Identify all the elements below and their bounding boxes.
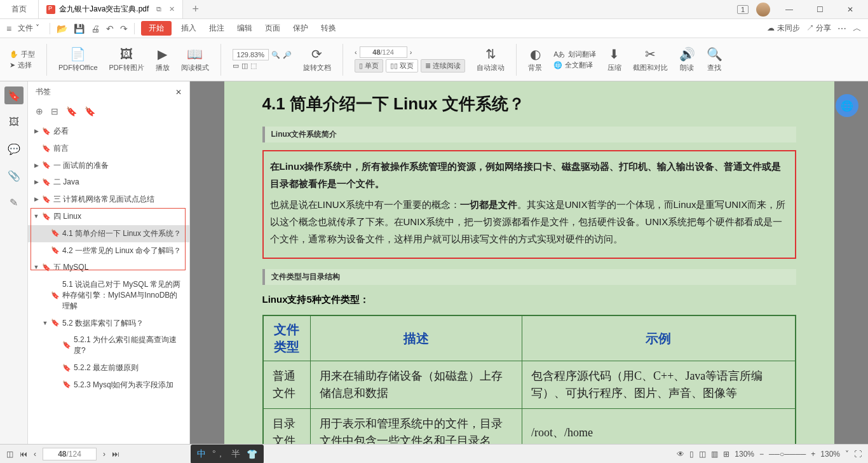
insert-tab[interactable]: 插入 (178, 23, 200, 34)
home-tab[interactable]: 首页 (0, 0, 39, 18)
bookmark-item[interactable]: 🔖5.2.1 为什么索引能提高查询速度? (28, 331, 189, 359)
fit-width-icon[interactable]: ▭ (233, 62, 239, 70)
protect-tab[interactable]: 保护 (290, 23, 311, 34)
document-tab[interactable]: 金九银十Java突击宝典.pdf ⧉ ✕ (39, 0, 183, 18)
first-page-icon[interactable]: ⏮ (20, 450, 27, 459)
zoom-dropdown-icon[interactable]: ˅ (845, 450, 849, 459)
bookmark-item[interactable]: ▼🔖五 MySQL (28, 259, 189, 276)
background-button[interactable]: ◐背景 (525, 46, 545, 73)
expand-arrow-icon[interactable]: ▼ (33, 212, 39, 221)
full-translate[interactable]: 🌐全文翻译 (553, 60, 595, 70)
attach-rail-icon[interactable]: 📎 (4, 167, 24, 184)
bm-expand-icon[interactable]: ⊟ (51, 106, 58, 116)
print-icon[interactable]: 🖨 (91, 24, 100, 34)
sync-status[interactable]: ☁ 未同步 (767, 23, 799, 34)
continuous-button[interactable]: ≣ 连续阅读 (421, 59, 465, 73)
bookmark-rail-icon[interactable]: 🔖 (4, 86, 24, 104)
select-tool[interactable]: ➤选择 (10, 60, 35, 70)
bm-flag1-icon[interactable]: 🔖 (66, 106, 77, 116)
bookmark-item[interactable]: ▼🔖四 Linux (28, 208, 189, 225)
start-tab[interactable]: 开始 (141, 21, 172, 36)
last-page-icon[interactable]: ⏭ (112, 450, 119, 459)
view1-icon[interactable]: ▯ (689, 450, 694, 459)
page-tab[interactable]: 页面 (262, 23, 283, 34)
annotate-tab[interactable]: 批注 (206, 23, 227, 34)
crop-compare[interactable]: ✂截图和对比 (630, 46, 671, 73)
more-icon[interactable]: ⋯ (837, 24, 846, 34)
bookmark-item[interactable]: ▶🔖一 面试前的准备 (28, 157, 189, 174)
share-button[interactable]: ↗ 分享 (806, 23, 831, 34)
bookmark-item[interactable]: 🔖4.2 一些常见的 Linux 命令了解吗？ (28, 242, 189, 259)
prev-page-icon[interactable]: ‹ (34, 450, 36, 459)
save-icon[interactable]: 💾 (74, 24, 85, 34)
new-tab-button[interactable]: + (183, 3, 208, 16)
convert-tab[interactable]: 转换 (318, 23, 339, 34)
selection-translate[interactable]: Aあ划词翻译 (553, 50, 595, 59)
maximize-icon[interactable]: ☐ (808, 5, 831, 14)
bookmark-item[interactable]: 🔖前言 (28, 140, 189, 157)
tab-close-icon[interactable]: ✕ (169, 5, 175, 13)
minimize-icon[interactable]: — (778, 5, 801, 14)
find-button[interactable]: 🔍查找 (703, 46, 726, 73)
pdf-to-image[interactable]: 🖼PDF转图片 (106, 47, 147, 73)
expand-arrow-icon[interactable]: ▶ (33, 195, 39, 204)
page-number-input[interactable]: 48/124 (360, 46, 407, 58)
window-count[interactable]: 1 (737, 5, 749, 14)
bookmark-item[interactable]: ▶🔖三 计算机网络常见面试点总结 (28, 191, 189, 208)
bookmark-item[interactable]: ▼🔖5.2 数据库索引了解吗？ (28, 315, 189, 332)
nav-first-icon[interactable]: ‹ (355, 48, 357, 56)
tab-dup-icon[interactable]: ⧉ (156, 5, 161, 13)
panel-toggle-icon[interactable]: ◫ (6, 450, 13, 459)
double-page-button[interactable]: ▯▯ 双页 (386, 59, 418, 73)
bookmark-item[interactable]: 🔖5.2.2 最左前缀原则 (28, 359, 189, 377)
close-panel-icon[interactable]: ✕ (175, 88, 182, 97)
read-mode[interactable]: 📖阅读模式 (178, 46, 212, 73)
play-button[interactable]: ▶播放 (153, 46, 173, 73)
compress-button[interactable]: ⬇压缩 (604, 46, 625, 73)
auto-scroll[interactable]: ⇅自动滚动 (473, 46, 508, 73)
zoom-value[interactable]: 130% (820, 450, 840, 459)
hamburger-icon[interactable]: ≡ (6, 24, 11, 34)
view4-icon[interactable]: ⊞ (723, 450, 729, 459)
zoom-in-icon[interactable]: 🔎 (283, 51, 292, 59)
zoom-slider[interactable]: ──○──── (769, 450, 806, 459)
chevron-up-icon[interactable]: ︿ (853, 23, 862, 34)
bookmark-item[interactable]: ▶🔖二 Java (28, 174, 189, 191)
close-window-icon[interactable]: ✕ (839, 5, 862, 14)
open-icon[interactable]: 📂 (57, 24, 67, 34)
expand-arrow-icon[interactable]: ▼ (42, 319, 48, 328)
edit-rail-icon[interactable]: ✎ (4, 193, 24, 211)
comment-rail-icon[interactable]: 💬 (4, 140, 24, 158)
expand-arrow-icon[interactable]: ▶ (33, 127, 39, 135)
hand-tool[interactable]: ✋手型 (10, 50, 35, 59)
bookmark-item[interactable]: ▶🔖必看 (28, 123, 189, 140)
undo-icon[interactable]: ↶ (106, 24, 114, 34)
bookmark-item[interactable]: 🔖5.1 说说自己对于 MySQL 常见的两种存储引擎：MyISAM与InnoD… (28, 276, 189, 314)
thumbnail-rail-icon[interactable]: 🖼 (4, 113, 24, 131)
fullscreen-icon[interactable]: ⛶ (854, 450, 862, 459)
expand-arrow-icon[interactable]: ▶ (33, 178, 39, 186)
edit-tab[interactable]: 编辑 (234, 23, 255, 34)
zoom-plus-icon[interactable]: + (811, 450, 815, 459)
fit-page-icon[interactable]: ◫ (241, 62, 248, 70)
pdf-to-office[interactable]: 📄PDF转Office (55, 46, 101, 73)
redo-icon[interactable]: ↷ (120, 24, 128, 34)
view2-icon[interactable]: ◫ (699, 450, 706, 459)
zoom-out-icon[interactable]: 🔍 (271, 51, 280, 59)
ime-bar[interactable]: 中 °， 半 👕 (191, 445, 264, 463)
expand-arrow-icon[interactable]: ▶ (33, 162, 39, 170)
view3-icon[interactable]: ▥ (711, 450, 718, 459)
bookmark-item[interactable]: 🔖4.1 简单介绍一下 Linux 文件系统？ (28, 225, 189, 242)
single-page-button[interactable]: ▯ 单页 (355, 59, 383, 73)
expand-arrow-icon[interactable]: ▼ (33, 263, 39, 272)
status-page-input[interactable]: 48/124 (43, 448, 97, 460)
nav-last-icon[interactable]: › (410, 48, 412, 56)
bm-flag2-icon[interactable]: 🔖 (85, 106, 95, 116)
file-menu[interactable]: 文件 ˅ (18, 23, 39, 34)
document-view[interactable]: 🌐 4.1 简单介绍一下 Linux 文件系统？ Linux文件系统简介 在Li… (190, 81, 868, 444)
avatar[interactable] (756, 3, 770, 17)
bookmark-item[interactable]: 🔖5.2.3 Mysql如何为表字段添加 (28, 377, 189, 394)
read-aloud[interactable]: 🔊朗读 (676, 46, 698, 73)
eye-icon[interactable]: 👁 (677, 450, 684, 459)
actual-size-icon[interactable]: ⬚ (250, 62, 257, 70)
